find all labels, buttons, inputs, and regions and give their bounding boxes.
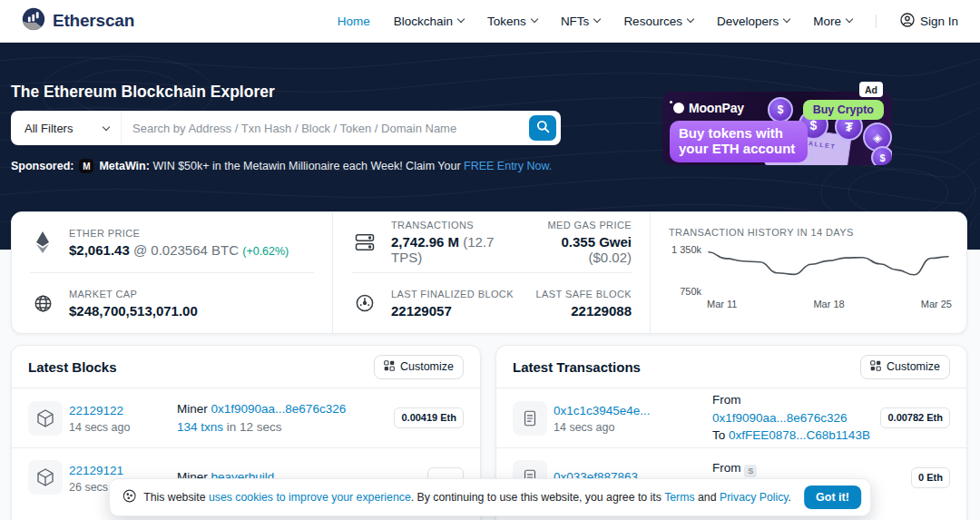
moonpay-ad-banner[interactable]: ETH WALLET $ $ ₮ ◈ $ Ð MoonPay Buy Crypt… [662, 92, 892, 165]
search-bar: All Filters [11, 111, 561, 145]
privacy-policy-link[interactable]: Privacy Policy [720, 491, 789, 504]
cookie-consent-banner: This website uses cookies to improve you… [109, 478, 871, 516]
ether-price-value[interactable]: $2,061.43 [69, 242, 130, 258]
transactions-value: 2,742.96 M [391, 234, 459, 250]
server-stack-icon [352, 231, 377, 253]
got-it-button[interactable]: Got it! [804, 486, 861, 509]
cookie-policy-link[interactable]: uses cookies to improve your experience [209, 491, 411, 504]
ether-price-btc: @ 0.023564 BTC [133, 242, 239, 258]
metawin-icon: M [79, 159, 93, 173]
transactions-label: TRANSACTIONS [391, 220, 514, 231]
market-cap-stat: MARKET CAP $248,700,513,071.00 [12, 273, 332, 333]
from-label: From [712, 461, 741, 475]
stats-price-column: ETHER PRICE $2,061.43 @ 0.023564 BTC (+0… [12, 212, 333, 333]
txn-to-link[interactable]: 0xfFEE0878...C68b1143B [729, 428, 870, 442]
etherscan-logo-icon [22, 7, 45, 34]
last-finalized-value[interactable]: 22129057 [391, 303, 452, 319]
chevron-down-icon [531, 15, 538, 23]
ethereum-icon [30, 231, 55, 254]
ether-price-label: ETHER PRICE [69, 228, 289, 239]
chart-x-axis-labels: Mar 11 Mar 18 Mar 25 [707, 299, 952, 309]
coin-icon: $ [871, 146, 892, 165]
moonpay-logo: MoonPay [673, 101, 744, 115]
search-input[interactable] [122, 122, 529, 135]
nav-home[interactable]: Home [338, 15, 370, 28]
txn-value-badge: 0.00782 Eth [880, 407, 950, 428]
main-nav: Home Blockchain Tokens NFTs Resources De… [338, 13, 958, 30]
sponsored-prefix: Sponsored: [11, 160, 74, 172]
txn-time: 14 secs ago [554, 421, 706, 434]
nav-developers[interactable]: Developers [717, 15, 789, 28]
block-reward-badge: 0.00419 Eth [394, 407, 464, 428]
chart-line-plot [707, 244, 952, 297]
buy-crypto-button[interactable]: Buy Crypto [803, 100, 884, 120]
txn-hash-link[interactable]: 0x1c1c3945e4e... [554, 404, 651, 417]
chart-title: TRANSACTION HISTORY IN 14 DAYS [669, 227, 954, 238]
ether-price-stat: ETHER PRICE $2,061.43 @ 0.023564 BTC (+0… [12, 212, 332, 272]
blocks-stat-row: LAST FINALIZED BLOCK 22129057 LAST SAFE … [334, 273, 650, 333]
block-cube-icon [28, 401, 63, 436]
last-safe-value[interactable]: 22129088 [571, 303, 632, 319]
sponsored-banner: Sponsored: M MetaWin: WIN $50k+ in the M… [11, 159, 552, 173]
transaction-history-chart: TRANSACTION HISTORY IN 14 DAYS 1 350k 75… [652, 212, 966, 333]
chart-y-axis-labels: 1 350k 750k [669, 244, 701, 297]
block-cube-icon [28, 460, 63, 495]
cookie-icon [122, 489, 136, 505]
user-icon [900, 13, 915, 30]
transaction-row: 0x1c1c3945e4e... 14 secs ago From 0x1f90… [496, 388, 966, 447]
brand-name: Etherscan [53, 11, 134, 31]
etherscan-logo[interactable]: Etherscan [22, 7, 134, 34]
last-safe-label: LAST SAFE BLOCK [536, 289, 632, 299]
network-stats-card: ETHER PRICE $2,061.43 @ 0.023564 BTC (+0… [11, 211, 967, 334]
nav-resources[interactable]: Resources [623, 15, 693, 28]
ether-price-change: (+0.62%) [242, 245, 289, 258]
latest-blocks-title: Latest Blocks [28, 359, 117, 375]
grid-icon [870, 360, 881, 374]
block-row: 22129122 14 secs ago Miner 0x1f9090aa...… [12, 388, 480, 447]
page-title: The Ethereum Blockchain Explorer [11, 83, 275, 102]
med-gas-label: MED GAS PRICE [527, 220, 632, 231]
med-gas-value: 0.355 Gwei [561, 234, 632, 250]
customize-transactions-button[interactable]: Customize [860, 355, 950, 379]
coin-icon: $ [768, 97, 793, 123]
search-button[interactable] [529, 115, 556, 141]
txn-from-link[interactable]: 0x1f9090aa...8e676c326 [712, 411, 848, 425]
txn-value-badge: 0 Eth [911, 467, 950, 488]
block-number-link[interactable]: 22129121 [69, 464, 123, 477]
latest-transactions-title: Latest Transactions [513, 359, 641, 375]
nav-more[interactable]: More [813, 15, 852, 28]
chevron-down-icon [846, 15, 853, 23]
nav-tokens[interactable]: Tokens [487, 15, 537, 28]
gauge-icon [352, 292, 377, 314]
nav-nfts[interactable]: NFTs [561, 15, 601, 28]
chevron-down-icon [593, 15, 601, 23]
chevron-down-icon [687, 15, 694, 23]
chevron-down-icon [103, 123, 110, 131]
contract-icon: S [744, 465, 757, 477]
cookie-text: This website [143, 491, 205, 504]
sponsored-link[interactable]: FREE Entry Now. [464, 160, 552, 172]
terms-link[interactable]: Terms [664, 491, 694, 504]
to-label: To [712, 428, 725, 442]
sign-in-button[interactable]: Sign In [900, 13, 958, 30]
last-finalized-label: LAST FINALIZED BLOCK [391, 289, 514, 299]
search-icon [536, 120, 550, 136]
block-number-link[interactable]: 22129122 [69, 404, 123, 417]
sponsored-text: WIN $50k+ in the Metawin Millionaire eac… [152, 160, 460, 172]
globe-icon [30, 292, 55, 315]
nav-divider [876, 15, 877, 28]
customize-blocks-button[interactable]: Customize [374, 355, 464, 379]
search-filter-dropdown[interactable]: All Filters [11, 111, 122, 145]
stats-network-column: TRANSACTIONS 2,742.96 M (12.7 TPS) MED G… [334, 212, 651, 333]
block-time: 14 secs ago [69, 421, 171, 434]
miner-link[interactable]: 0x1f9090aa...8e676c326 [211, 402, 347, 416]
market-cap-label: MARKET CAP [69, 289, 198, 299]
block-txns-link[interactable]: 134 txns [177, 420, 223, 434]
chevron-down-icon [457, 15, 465, 23]
nav-blockchain[interactable]: Blockchain [394, 15, 464, 28]
sponsored-brand: MetaWin: [99, 160, 149, 172]
transaction-document-icon [513, 401, 547, 436]
ad-message: Buy tokens with your ETH account [670, 121, 808, 162]
market-cap-value: $248,700,513,071.00 [69, 303, 198, 319]
moon-icon [673, 103, 684, 113]
